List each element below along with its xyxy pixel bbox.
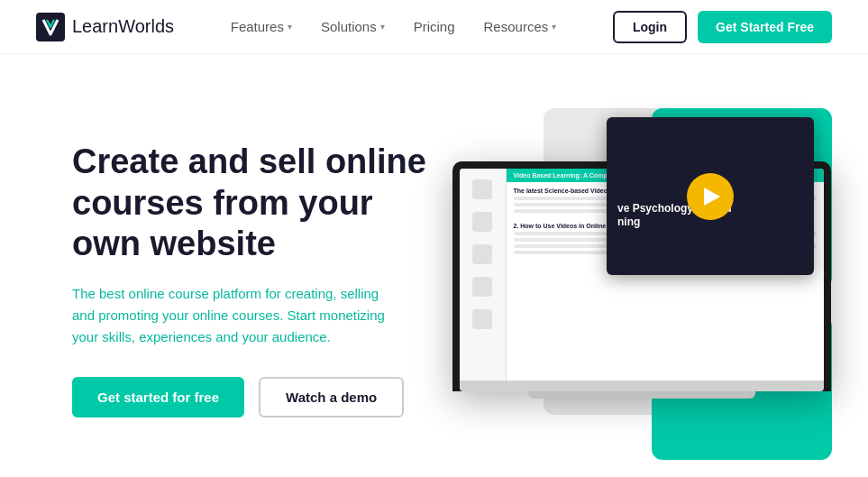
nav-link-pricing[interactable]: Pricing <box>414 19 455 34</box>
nav-item-features[interactable]: Features ▾ <box>231 19 292 34</box>
video-play-button[interactable] <box>687 173 734 220</box>
hero-visual: Video Based Learning: A Complete Guide T… <box>451 90 832 469</box>
chevron-down-icon: ▾ <box>380 22 385 32</box>
chevron-down-icon: ▾ <box>552 22 556 32</box>
sidebar-icon-1 <box>472 179 492 199</box>
laptop-base <box>460 381 824 391</box>
nav-item-pricing[interactable]: Pricing <box>414 19 455 34</box>
video-overlay: ve Psychology behindning <box>607 117 814 275</box>
screen-sidebar <box>460 169 507 381</box>
watch-demo-button[interactable]: Watch a demo <box>259 377 404 417</box>
sidebar-icon-3 <box>472 244 492 264</box>
sidebar-icon-5 <box>472 309 492 329</box>
sidebar-icon-2 <box>472 212 492 232</box>
nav-actions: Login Get Started Free <box>613 11 832 43</box>
nav-link-resources[interactable]: Resources ▾ <box>484 19 557 34</box>
sidebar-icon-4 <box>472 277 492 297</box>
hero-title: Create and sell online courses from your… <box>72 142 451 265</box>
play-icon <box>704 188 720 206</box>
logo-text: LearnWorlds <box>72 16 174 37</box>
laptop-stand <box>528 391 755 399</box>
login-button[interactable]: Login <box>613 11 687 43</box>
nav-link-features[interactable]: Features ▾ <box>231 19 292 34</box>
hero-section: Create and sell online courses from your… <box>0 54 868 477</box>
nav-links: Features ▾ Solutions ▾ Pricing Resources… <box>231 19 556 34</box>
hero-content: Create and sell online courses from your… <box>72 142 451 417</box>
nav-item-solutions[interactable]: Solutions ▾ <box>321 19 385 34</box>
navbar: LearnWorlds Features ▾ Solutions ▾ Prici… <box>0 0 868 54</box>
nav-item-resources[interactable]: Resources ▾ <box>484 19 557 34</box>
get-started-nav-button[interactable]: Get Started Free <box>698 11 832 43</box>
hero-buttons: Get started for free Watch a demo <box>72 377 451 417</box>
logo-icon <box>36 13 65 41</box>
nav-link-solutions[interactable]: Solutions ▾ <box>321 19 385 34</box>
hero-subtitle: The best online course platform for crea… <box>72 283 397 348</box>
chevron-down-icon: ▾ <box>288 22 292 32</box>
logo-link[interactable]: LearnWorlds <box>36 13 174 41</box>
get-started-hero-button[interactable]: Get started for free <box>72 377 244 417</box>
